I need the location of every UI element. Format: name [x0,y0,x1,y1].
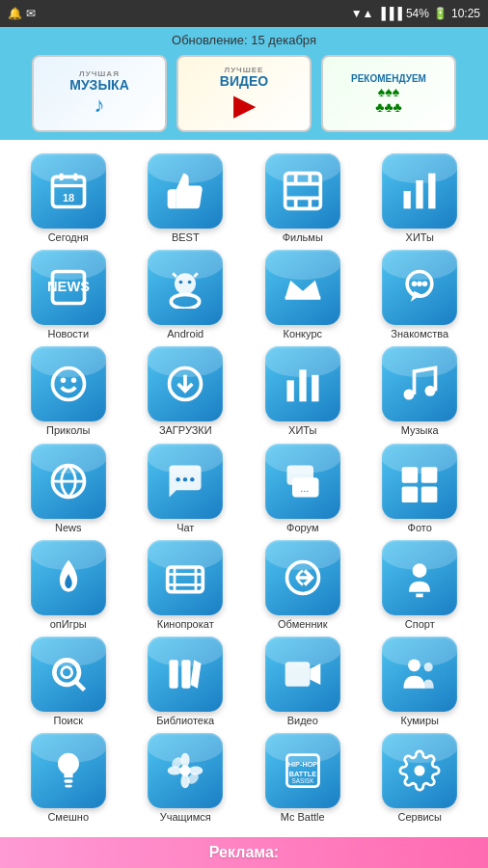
grid-item-хиты[interactable]: ХИТы [364,153,477,244]
main-content: 18СегодняBESTФильмыХИТыNEWSНовостиAndroi… [0,140,488,837]
music-note-icon: ♪ [95,93,105,118]
svg-point-66 [408,659,420,671]
grid-label-21: Библиотека [156,715,214,727]
banner-music-main: МУЗЫКА [69,78,129,93]
grid-item-чат[interactable]: Чат [129,444,243,534]
grid-item-загрузки[interactable]: ЗАГРУЗКИ [129,346,243,437]
svg-marker-23 [285,281,320,298]
svg-point-27 [418,282,423,287]
grid-item-приколы[interactable]: Приколы [12,346,125,437]
grid-item-новости[interactable]: NEWSНовости [12,250,125,340]
grid-item-видео[interactable]: Видео [246,637,360,727]
svg-point-30 [61,378,67,384]
ad-bar[interactable]: Реклама: [0,837,488,868]
grid-item-обменник[interactable]: Обменник [246,540,360,631]
svg-point-81 [415,766,425,776]
grid-label-1: BEST [172,231,200,244]
banner-video-main: ВИДЕО [220,74,268,89]
svg-point-17 [172,295,200,310]
grid-item-библиотека[interactable]: Библиотека [129,637,243,727]
grid-item-кумиры[interactable]: Кумиры [364,637,477,727]
grid-item-конкурс[interactable]: Конкурс [246,250,360,340]
grid-item-учащимся[interactable]: Учащимся [129,733,243,824]
grid-item-поиск[interactable]: Поиск [12,637,125,727]
status-right: ▼▲ ▐▐▐ 54% 🔋 10:25 [351,7,480,20]
svg-rect-62 [170,660,178,688]
time-display: 10:25 [451,7,480,20]
app-grid: 18СегодняBESTФильмыХИТыNEWSНовостиAndroi… [8,149,480,827]
svg-rect-68 [64,779,72,783]
svg-rect-12 [404,191,411,208]
svg-rect-63 [182,660,191,688]
grid-item-смешно[interactable]: Смешно [12,733,125,824]
grid-label-15: Фото [408,522,432,534]
grid-item-опигры[interactable]: опИгры [12,540,125,631]
grid-item-знакомства[interactable]: Знакомства [364,250,477,340]
update-text: Обновление: 15 декабря [0,33,488,47]
status-bar: 🔔 ✉ ▼▲ ▐▐▐ 54% 🔋 10:25 [0,0,488,27]
svg-rect-69 [65,785,71,788]
grid-item-сегодня[interactable]: 18Сегодня [12,153,125,244]
notification-icon: 🔔 [8,7,22,20]
battery-level: 54% [406,7,429,20]
svg-rect-36 [312,375,318,402]
ad-label: Реклама: [209,844,279,861]
grid-label-8: Приколы [46,424,90,437]
banner-video[interactable]: Лучшее ВИДЕО ▶ [176,55,312,132]
svg-line-21 [173,274,176,278]
svg-point-59 [54,660,79,685]
svg-point-20 [188,281,192,285]
svg-text:NEWS: NEWS [47,279,90,294]
svg-point-19 [179,281,183,285]
grid-label-6: Конкурс [283,328,322,340]
svg-point-29 [52,368,84,400]
grid-item-фильмы[interactable]: Фильмы [246,153,360,244]
svg-rect-13 [417,180,423,208]
grid-item-news[interactable]: News [12,444,125,534]
banner-recommend[interactable]: РЕКОМЕНДУЕМ ♠♠♠♣♣♣ [321,55,456,132]
svg-point-31 [71,378,77,384]
play-icon: ▶ [233,90,255,122]
svg-text:...: ... [300,482,309,494]
grid-item-фото[interactable]: Фото [364,444,477,534]
grid-item-спорт[interactable]: Спорт [364,540,477,631]
svg-rect-47 [402,467,419,483]
grid-label-23: Кумиры [400,715,439,727]
svg-rect-48 [421,467,438,483]
grid-label-20: Поиск [54,715,83,727]
grid-item-форум[interactable]: ...Форум [246,444,360,534]
svg-rect-50 [421,486,438,502]
grid-label-14: Форум [286,522,318,534]
grid-label-17: Кинопрокат [157,618,214,631]
grid-label-4: Новости [47,328,89,340]
grid-item-музыка[interactable]: Музыка [364,346,477,437]
grid-label-19: Спорт [405,618,435,631]
grid-item-best[interactable]: BEST [129,153,243,244]
svg-text:HIP-HOP: HIP-HOP [287,760,317,769]
grid-item-хиты[interactable]: ХИТы [246,346,360,437]
svg-point-57 [413,563,427,578]
grid-item-кинопрокат[interactable]: Кинопрокат [129,540,243,631]
grid-label-16: опИгры [50,618,87,631]
grid-label-3: ХИТы [406,231,434,244]
top-banners: Лучшая МУЗЫКА ♪ Лучшее ВИДЕО ▶ РЕКОМЕНДУ… [0,55,488,132]
svg-point-28 [422,282,428,287]
svg-rect-34 [286,381,293,402]
grid-item-mc-battle[interactable]: HIP-HOPBATTLESASISKMc Battle [246,733,360,824]
banner-rec-main: РЕКОМЕНДУЕМ [351,73,426,84]
svg-rect-49 [402,486,419,502]
svg-rect-14 [428,174,435,209]
banner-music[interactable]: Лучшая МУЗЫКА ♪ [32,55,167,132]
svg-rect-64 [285,662,310,687]
grid-label-22: Видео [287,715,318,727]
svg-line-60 [75,681,84,690]
grid-label-0: Сегодня [48,231,89,244]
grid-item-сервисы[interactable]: Сервисы [364,733,477,824]
svg-marker-65 [310,664,320,685]
svg-point-26 [412,282,418,287]
wifi-icon: ▼▲ [351,7,374,20]
grid-label-11: Музыка [401,424,439,437]
grid-item-android[interactable]: Android [129,250,243,340]
status-icons: 🔔 ✉ [8,7,36,20]
svg-rect-51 [168,567,203,592]
